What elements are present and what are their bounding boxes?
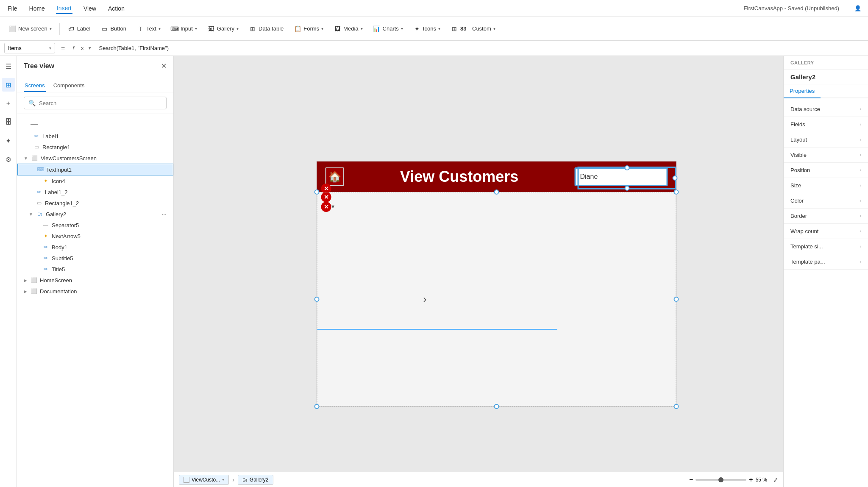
zoom-controls: − + 55 % ⤢ (689, 476, 778, 484)
prop-size[interactable]: Size › (784, 178, 868, 193)
main-layout: ☰ ⊞ + 🗄 ✦ ⚙ Tree view ✕ Screens Componen… (0, 56, 868, 487)
gallery-button[interactable]: 🖼 Gallery ▾ (203, 22, 243, 35)
prop-wrap-count[interactable]: Wrap count › (784, 224, 868, 239)
list-item[interactable]: ✏ Body1 (17, 242, 173, 253)
arrow-icon: ✦ (42, 233, 49, 239)
prop-template-size[interactable]: Template si... › (784, 239, 868, 254)
right-panel: GALLERY Gallery2 Properties Data source … (783, 56, 868, 487)
menu-insert[interactable]: Insert (56, 3, 72, 14)
list-item[interactable]: ▶ ⬜ Documentation (17, 286, 173, 297)
fullscreen-button[interactable]: ⤢ (773, 476, 778, 483)
handle-bl[interactable] (314, 404, 320, 409)
gallery-icon: 🗂 (36, 211, 43, 217)
list-item[interactable]: ▭ Rectangle1 (17, 142, 173, 153)
sidebar-add-icon[interactable]: + (2, 97, 15, 110)
charts-button[interactable]: 📊 Charts ▾ (369, 22, 407, 35)
menu-action[interactable]: Action (107, 3, 125, 14)
prop-color[interactable]: Color › (784, 193, 868, 209)
zoom-in-button[interactable]: + (749, 476, 753, 484)
fx-label: f (71, 45, 76, 51)
handle-tr[interactable] (674, 189, 679, 195)
right-panel-type: GALLERY (784, 56, 868, 70)
list-item[interactable]: — Separator5 (17, 220, 173, 231)
sidebar-settings-icon[interactable]: ⚙ (2, 153, 15, 166)
handle-ml[interactable] (314, 297, 320, 302)
prop-border[interactable]: Border › (784, 209, 868, 224)
list-item[interactable]: ▼ 🗂 Gallery2 ··· (17, 209, 173, 220)
handle-br[interactable] (674, 404, 679, 409)
prop-visible[interactable]: Visible › (784, 147, 868, 163)
more-button[interactable]: ··· (161, 211, 167, 217)
canvas-frame[interactable]: 🏠 View Customers Diane ✕ ✕ (317, 161, 677, 407)
gallery-chevron: ▾ (236, 26, 239, 31)
tab-screens[interactable]: Screens (24, 80, 46, 92)
items-dropdown[interactable]: Items ▾ (4, 43, 55, 53)
list-item[interactable]: ✦ NextArrow5 (17, 231, 173, 242)
handle-tl[interactable] (314, 189, 320, 195)
canvas-inner: 🏠 View Customers Diane ✕ ✕ (317, 161, 677, 407)
icons-button[interactable]: ✦ Icons ▾ (409, 22, 445, 35)
search-textinput[interactable]: Diane (575, 167, 668, 186)
menu-home[interactable]: Home (28, 3, 46, 14)
tab-properties[interactable]: Properties (784, 84, 821, 98)
input-button[interactable]: ⌨ Input ▾ (167, 22, 201, 35)
button-button[interactable]: ▭ Button (96, 22, 131, 35)
list-item[interactable]: ✏ Label1_2 (17, 186, 173, 198)
home-icon[interactable]: 🏠 (326, 167, 344, 186)
expand-chevron: ▶ (24, 278, 27, 283)
gallery-tab-icon: 🗂 (242, 477, 248, 483)
zoom-out-button[interactable]: − (689, 476, 693, 484)
prop-position[interactable]: Position › (784, 163, 868, 178)
icon-sidebar: ☰ ⊞ + 🗄 ✦ ⚙ (0, 56, 17, 487)
prop-data-source[interactable]: Data source › (784, 102, 868, 117)
handle-tc[interactable] (494, 189, 499, 195)
prop-arrow: › (860, 198, 861, 203)
tree-close-button[interactable]: ✕ (161, 62, 167, 70)
menu-file[interactable]: File (7, 3, 18, 14)
sidebar-database-icon[interactable]: 🗄 (2, 115, 15, 129)
search-input[interactable] (39, 100, 162, 106)
new-screen-button[interactable]: ⬜ New screen ▾ (4, 22, 56, 35)
tree-header: Tree view ✕ (17, 56, 173, 76)
input-chevron: ▾ (195, 26, 197, 31)
tree-content: — ✏ Label1 ▭ Rectangle1 ▼ ⬜ ViewCustomer… (17, 114, 173, 487)
tab-components[interactable]: Components (53, 80, 86, 92)
list-item[interactable]: ✏ Title5 (17, 264, 173, 275)
custom-button[interactable]: ⊞ 83 Custom ▾ (446, 22, 500, 35)
handle-bc[interactable] (494, 404, 499, 409)
prop-template-padding[interactable]: Template pa... › (784, 254, 868, 270)
zoom-slider[interactable] (696, 479, 746, 481)
prop-fields[interactable]: Fields › (784, 117, 868, 132)
sidebar-code-icon[interactable]: ✦ (2, 134, 15, 147)
tree-collapse-indicator[interactable]: — (17, 117, 173, 131)
view-customers-tab[interactable]: ViewCusto... ▾ (179, 475, 229, 485)
list-item[interactable]: ✏ Subtitle5 (17, 253, 173, 264)
sidebar-screens-icon[interactable]: ⊞ (2, 78, 15, 92)
handle-mr[interactable] (674, 297, 679, 302)
input-icon: ⌨ (171, 25, 178, 33)
list-item[interactable]: ⌨ TextInput1 (17, 164, 173, 175)
app-canvas-title: View Customers (344, 168, 575, 186)
list-item[interactable]: ✏ Label1 (17, 131, 173, 142)
list-item[interactable]: ▶ ⬜ HomeScreen (17, 275, 173, 286)
gallery2-tab[interactable]: 🗂 Gallery2 (238, 475, 273, 485)
forms-button[interactable]: 📋 Forms ▾ (289, 22, 328, 35)
search-box[interactable]: 🔍 (24, 97, 167, 109)
formula-text[interactable]: Search(Table1, "FirstName") (96, 44, 864, 52)
label-button[interactable]: 🏷 Label (63, 22, 95, 35)
app-title: FirstCanvasApp - Saved (Unpublished) (744, 5, 839, 11)
list-item[interactable]: ▼ ⬜ ViewCustomersScreen (17, 153, 173, 164)
forms-icon: 📋 (294, 25, 301, 33)
list-item[interactable]: ✦ Icon4 (17, 175, 173, 186)
sidebar-menu-icon[interactable]: ☰ (2, 59, 15, 73)
formula-expand[interactable]: ▾ (89, 45, 91, 51)
data-table-button[interactable]: ⊞ Data table (245, 22, 288, 35)
text-button[interactable]: T Text ▾ (132, 22, 165, 35)
list-item[interactable]: ▭ Rectangle1_2 (17, 198, 173, 209)
icons-icon: ✦ (413, 25, 421, 33)
menu-view[interactable]: View (83, 3, 97, 14)
prop-layout[interactable]: Layout › (784, 132, 868, 147)
media-button[interactable]: 🖼 Media ▾ (329, 22, 367, 35)
user-icon[interactable]: 👤 (854, 5, 861, 11)
zoom-thumb[interactable] (718, 477, 723, 482)
